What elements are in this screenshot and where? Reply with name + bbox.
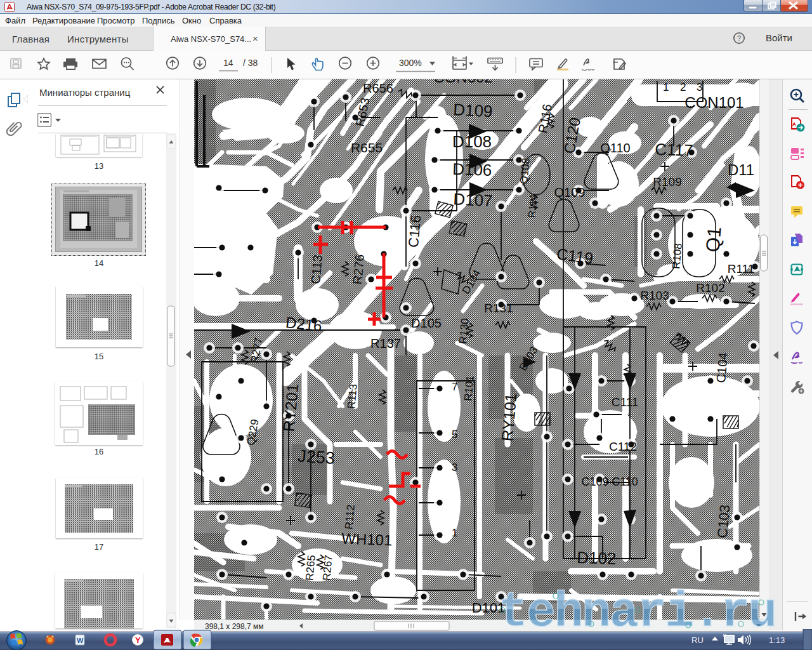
svg-text:R103: R103 [640, 289, 669, 302]
svg-text:C110: C110 [612, 475, 638, 488]
svg-text:5: 5 [452, 428, 457, 441]
svg-text:Q108: Q108 [518, 157, 532, 185]
svg-text:3: 3 [452, 461, 457, 474]
svg-text:Q110: Q110 [600, 141, 630, 155]
svg-text:Q109: Q109 [554, 185, 586, 199]
svg-text:2: 2 [680, 81, 686, 93]
svg-text:R137: R137 [370, 336, 401, 350]
svg-text:A: A [792, 121, 796, 127]
svg-text:Q1: Q1 [702, 226, 724, 253]
svg-text:D108: D108 [452, 132, 492, 151]
svg-text:7: 7 [452, 381, 457, 393]
svg-text:D11: D11 [728, 161, 754, 178]
svg-text:14: 14 [223, 58, 233, 68]
svg-text:R276: R276 [350, 254, 367, 286]
svg-text:D106: D106 [452, 159, 492, 180]
svg-text:C116: C116 [405, 215, 424, 248]
svg-text:1: 1 [452, 527, 457, 539]
svg-text:R112: R112 [343, 504, 357, 530]
svg-text:CON302: CON302 [433, 79, 492, 86]
svg-text:R102: R102 [696, 281, 724, 295]
svg-text:R114: R114 [526, 194, 539, 218]
svg-text:1: 1 [663, 81, 669, 93]
svg-text:C117: C117 [655, 140, 693, 160]
svg-text:R113: R113 [345, 383, 359, 409]
svg-text:3: 3 [697, 81, 702, 93]
svg-text:C112: C112 [609, 440, 637, 453]
svg-text:D109: D109 [453, 100, 494, 121]
svg-text:300%: 300% [399, 58, 422, 68]
svg-text:D105: D105 [411, 316, 442, 330]
svg-text:R111: R111 [728, 262, 755, 275]
svg-text:D102: D102 [577, 548, 617, 568]
svg-text:/ 38: / 38 [243, 58, 258, 68]
svg-text:D107: D107 [453, 189, 494, 210]
svg-text:1:13: 1:13 [769, 635, 785, 645]
svg-text:C113: C113 [308, 254, 325, 284]
svg-text:W: W [77, 637, 84, 644]
svg-text:RU: RU [691, 635, 704, 645]
svg-text:C109: C109 [581, 475, 608, 488]
svg-text:R130: R130 [457, 317, 471, 344]
svg-text:?: ? [737, 34, 741, 42]
svg-text:C104: C104 [714, 352, 730, 384]
svg-text:CON101: CON101 [684, 94, 743, 111]
svg-text:R109: R109 [653, 175, 681, 189]
svg-text:R655: R655 [351, 140, 383, 155]
svg-text:R108: R108 [670, 242, 684, 269]
svg-text:Y: Y [135, 635, 141, 645]
svg-text:R656: R656 [363, 81, 393, 95]
svg-text:R267: R267 [320, 554, 334, 581]
svg-text:C103: C103 [714, 504, 733, 539]
svg-text:R101: R101 [462, 375, 476, 401]
svg-text:WH101: WH101 [341, 530, 393, 549]
svg-text:C111: C111 [612, 395, 639, 409]
svg-text:R265: R265 [303, 554, 317, 581]
svg-text:J253: J253 [297, 446, 336, 468]
svg-text:R131: R131 [484, 302, 513, 315]
